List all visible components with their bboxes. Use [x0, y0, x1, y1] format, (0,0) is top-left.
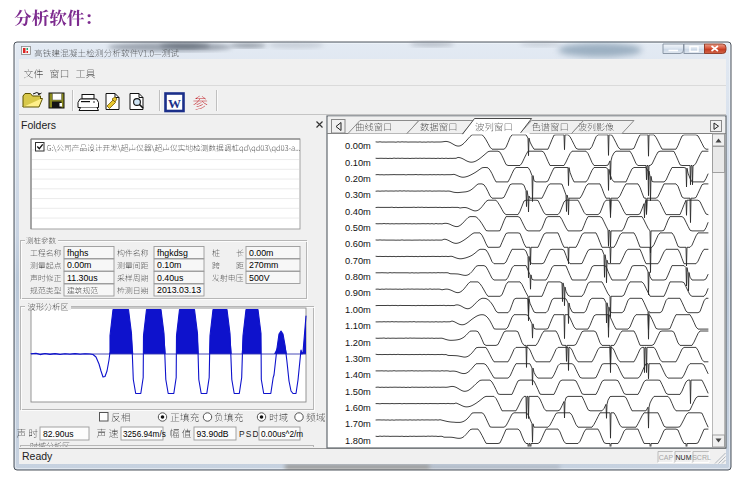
svg-text:500V: 500V: [249, 273, 270, 283]
svg-text:1.20m: 1.20m: [345, 338, 371, 348]
svg-text:82.90us: 82.90us: [43, 429, 74, 439]
svg-text:0.10m: 0.10m: [345, 158, 371, 168]
svg-text:0.00m: 0.00m: [67, 260, 91, 270]
svg-text:11.30us: 11.30us: [67, 273, 98, 283]
svg-text:0.50m: 0.50m: [345, 223, 371, 233]
svg-text:1.30m: 1.30m: [345, 354, 371, 364]
svg-text:1.00m: 1.00m: [345, 305, 371, 315]
svg-text:1.40m: 1.40m: [345, 370, 371, 380]
svg-text:Folders: Folders: [21, 119, 56, 131]
svg-text:0.60m: 0.60m: [345, 239, 371, 249]
svg-text:1.80m: 1.80m: [345, 436, 371, 446]
svg-text:0.90m: 0.90m: [345, 288, 371, 298]
svg-text:1.50m: 1.50m: [345, 387, 371, 397]
svg-text:0.30m: 0.30m: [345, 190, 371, 200]
svg-text:0.40us: 0.40us: [157, 273, 184, 283]
svg-text:270mm: 270mm: [249, 260, 278, 270]
svg-text:1.70m: 1.70m: [345, 419, 371, 429]
svg-text:0.00m: 0.00m: [249, 248, 273, 258]
svg-text:fhghs: fhghs: [67, 248, 89, 258]
svg-text:0.20m: 0.20m: [345, 174, 371, 184]
svg-text:1.60m: 1.60m: [345, 403, 371, 413]
svg-text:NUM: NUM: [676, 454, 692, 461]
svg-text:0.70m: 0.70m: [345, 256, 371, 266]
svg-text:0.80m: 0.80m: [345, 272, 371, 282]
svg-text:SCRL: SCRL: [692, 454, 711, 461]
svg-text:0.40m: 0.40m: [345, 207, 371, 217]
svg-text:PSD: PSD: [239, 429, 260, 439]
svg-text:0.10m: 0.10m: [157, 260, 181, 270]
svg-text:fhgkdsg: fhgkdsg: [157, 248, 188, 258]
svg-text:0.00m: 0.00m: [345, 141, 371, 151]
svg-text:Ready: Ready: [22, 450, 53, 462]
svg-text:CAP: CAP: [659, 454, 674, 461]
svg-text:1.10m: 1.10m: [345, 321, 371, 331]
svg-text:3256.94m/s: 3256.94m/s: [123, 430, 166, 439]
svg-text:2013.03.13: 2013.03.13: [157, 285, 201, 295]
svg-text:W: W: [168, 96, 181, 111]
svg-text:0.00us^2/m: 0.00us^2/m: [261, 430, 303, 439]
svg-text:93.90dB: 93.90dB: [197, 429, 229, 439]
